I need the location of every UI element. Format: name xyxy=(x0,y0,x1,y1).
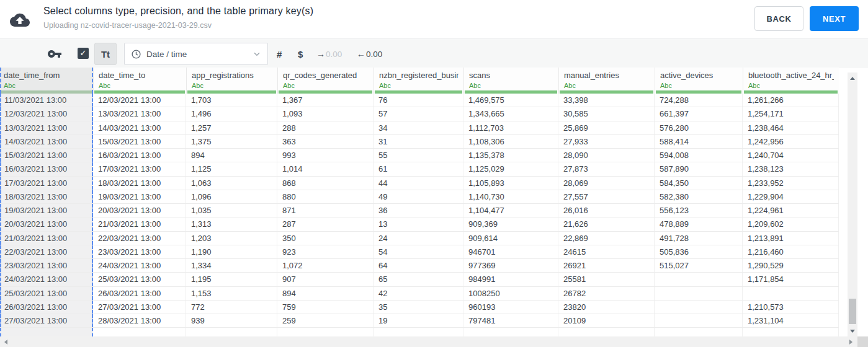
table-cell[interactable]: 909,614 xyxy=(463,232,558,245)
table-cell[interactable]: 28,090 xyxy=(558,149,655,162)
table-cell[interactable]: 18/03/2021 13:00 xyxy=(93,177,186,190)
table-cell[interactable]: 1,242,956 xyxy=(743,135,839,148)
column-header-nzbn_registered_busine[interactable]: nzbn_registered_busineAbc xyxy=(374,68,463,94)
include-column-checkbox[interactable]: ✓ xyxy=(78,48,89,59)
table-cell[interactable]: 350 xyxy=(277,232,374,245)
vertical-scrollbar-thumb[interactable] xyxy=(849,299,856,324)
table-cell[interactable]: 57 xyxy=(374,107,463,120)
table-cell[interactable] xyxy=(655,301,743,314)
table-cell[interactable]: 42 xyxy=(374,287,463,300)
column-header-date_time_from[interactable]: date_time_fromAbc xyxy=(0,68,93,94)
table-cell[interactable]: 27,873 xyxy=(558,162,655,175)
increase-decimal-button[interactable]: →0.00 xyxy=(314,43,344,65)
table-cell[interactable]: 582,380 xyxy=(655,190,743,203)
table-cell[interactable]: 556,123 xyxy=(655,204,743,217)
table-cell[interactable]: 759 xyxy=(277,301,374,314)
table-cell[interactable]: 1,229,904 xyxy=(743,190,839,203)
table-cell[interactable]: 724,288 xyxy=(655,94,743,107)
table-cell[interactable]: 1,096 xyxy=(186,190,277,203)
scroll-up-icon[interactable] xyxy=(848,74,857,82)
table-cell[interactable] xyxy=(655,273,743,286)
currency-type-button[interactable]: $ xyxy=(294,43,306,65)
table-cell[interactable]: 15/03/2021 13:00 xyxy=(0,149,93,162)
table-cell[interactable]: 61 xyxy=(374,162,463,175)
table-cell[interactable]: 1,313 xyxy=(186,217,277,231)
scroll-right-icon[interactable] xyxy=(846,336,855,347)
table-cell[interactable]: 1,203 xyxy=(186,232,277,245)
column-header-bluetooth_active_24_hr_[interactable]: bluetooth_active_24_hr_Abc xyxy=(743,68,839,94)
table-cell[interactable]: 1,238,464 xyxy=(743,121,839,134)
table-cell[interactable]: 259 xyxy=(277,314,374,327)
back-button[interactable]: BACK xyxy=(754,6,803,31)
table-cell[interactable]: 21,626 xyxy=(558,217,655,231)
table-cell[interactable]: 26/03/2021 13:00 xyxy=(0,301,93,314)
table-cell[interactable]: 939 xyxy=(186,314,277,327)
table-cell[interactable]: 28,069 xyxy=(558,177,655,190)
next-button[interactable]: NEXT xyxy=(810,6,859,31)
table-cell[interactable]: 26782 xyxy=(558,287,655,300)
table-cell[interactable] xyxy=(655,287,743,300)
table-cell[interactable]: 23820 xyxy=(558,301,655,314)
table-cell[interactable]: 1,703 xyxy=(186,94,277,107)
table-cell[interactable]: 24/03/2021 13:00 xyxy=(93,259,186,272)
table-cell[interactable]: 923 xyxy=(277,245,374,258)
table-cell[interactable]: 33,398 xyxy=(558,94,655,107)
table-cell[interactable]: 1,257 xyxy=(186,121,277,134)
table-cell[interactable]: 1,210,573 xyxy=(743,301,839,314)
table-cell[interactable]: 871 xyxy=(277,204,374,217)
table-cell[interactable]: 1,375 xyxy=(186,135,277,148)
table-cell[interactable]: 576,280 xyxy=(655,121,743,134)
table-cell[interactable]: 1,171,854 xyxy=(743,273,839,286)
column-header-scans[interactable]: scansAbc xyxy=(463,68,558,94)
table-cell[interactable]: 894 xyxy=(186,149,277,162)
table-cell[interactable]: 12/03/2021 13:00 xyxy=(93,94,186,107)
table-cell[interactable]: 1,469,575 xyxy=(463,94,558,107)
table-cell[interactable]: 1,343,665 xyxy=(463,107,558,120)
table-cell[interactable]: 1,254,171 xyxy=(743,107,839,120)
table-cell[interactable]: 1,063 xyxy=(186,177,277,190)
table-cell[interactable]: 19 xyxy=(374,314,463,327)
table-cell[interactable]: 20/03/2021 13:00 xyxy=(93,204,186,217)
table-cell[interactable]: 20/03/2021 13:00 xyxy=(0,217,93,231)
table-cell[interactable]: 20109 xyxy=(558,314,655,327)
table-cell[interactable]: 25581 xyxy=(558,273,655,286)
column-header-qr_codes_generated[interactable]: qr_codes_generatedAbc xyxy=(277,68,374,94)
table-cell[interactable]: 19/03/2021 13:00 xyxy=(93,190,186,203)
table-cell[interactable]: 1,105,893 xyxy=(463,177,558,190)
table-cell[interactable]: 19/03/2021 13:00 xyxy=(0,204,93,217)
table-cell[interactable]: 1,224,961 xyxy=(743,204,839,217)
table-cell[interactable]: 28/03/2021 13:00 xyxy=(93,314,186,327)
vertical-scrollbar[interactable] xyxy=(848,72,857,336)
table-cell[interactable]: 772 xyxy=(186,301,277,314)
table-cell[interactable]: 13/03/2021 13:00 xyxy=(0,121,93,134)
table-cell[interactable]: 17/03/2021 13:00 xyxy=(93,162,186,175)
table-cell[interactable]: 23/03/2021 13:00 xyxy=(0,259,93,272)
table-cell[interactable]: 14/03/2021 13:00 xyxy=(0,135,93,148)
table-cell[interactable]: 1,093 xyxy=(277,107,374,120)
table-cell[interactable]: 11/03/2021 13:00 xyxy=(0,94,93,107)
table-cell[interactable]: 1,496 xyxy=(186,107,277,120)
table-cell[interactable]: 30,585 xyxy=(558,107,655,120)
table-cell[interactable]: 24 xyxy=(374,232,463,245)
table-cell[interactable]: 594,008 xyxy=(655,149,743,162)
table-cell[interactable]: 27/03/2021 13:00 xyxy=(93,301,186,314)
table-cell[interactable]: 478,889 xyxy=(655,217,743,231)
table-cell[interactable]: 880 xyxy=(277,190,374,203)
table-cell[interactable]: 15/03/2021 13:00 xyxy=(93,135,186,148)
number-type-button[interactable]: # xyxy=(273,43,285,65)
table-cell[interactable]: 22/03/2021 13:00 xyxy=(0,245,93,258)
table-cell[interactable]: 24615 xyxy=(558,245,655,258)
table-cell[interactable]: 18/03/2021 13:00 xyxy=(0,190,93,203)
column-header-app_registrations[interactable]: app_registrationsAbc xyxy=(186,68,277,94)
table-cell[interactable]: 909,369 xyxy=(463,217,558,231)
table-cell[interactable]: 1,108,306 xyxy=(463,135,558,148)
table-cell[interactable]: 515,027 xyxy=(655,259,743,272)
table-cell[interactable]: 977369 xyxy=(463,259,558,272)
table-cell[interactable]: 1,213,891 xyxy=(743,232,839,245)
table-cell[interactable]: 12/03/2021 13:00 xyxy=(0,107,93,120)
table-cell[interactable]: 1,190 xyxy=(186,245,277,258)
table-cell[interactable]: 14/03/2021 13:00 xyxy=(93,121,186,134)
table-cell[interactable]: 505,836 xyxy=(655,245,743,258)
table-cell[interactable]: 363 xyxy=(277,135,374,148)
table-cell[interactable]: 25/03/2021 13:00 xyxy=(0,287,93,300)
